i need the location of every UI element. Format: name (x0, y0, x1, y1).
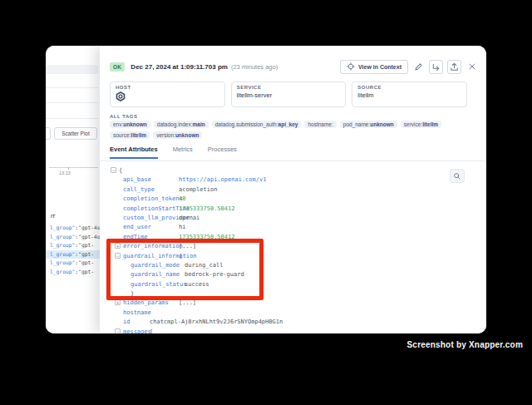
divider (46, 102, 98, 103)
attribute-row-id: idchatcmpl-Aj8rxhNLht9v2J6rSNYOmp4pH0G1n (111, 318, 486, 327)
tag-value: api_key (278, 121, 298, 127)
tag-value: unknown (175, 132, 200, 138)
expander-icon[interactable]: − (115, 328, 121, 333)
tag-pill[interactable]: datadog.index:main (154, 121, 209, 128)
tag-value: unknown (370, 121, 394, 127)
axis-tick-label: 13:23 (59, 170, 71, 175)
scatter-plot-button[interactable]: Scatter Plot (54, 127, 97, 140)
attribute-value[interactable]: https://api.openai.com/v1 (179, 176, 266, 183)
table-row[interactable]: l_group":"gpt- (46, 241, 100, 250)
export-button[interactable] (447, 60, 461, 74)
row-value: :"gpt- (75, 251, 94, 257)
row-key: l_group" (50, 251, 75, 257)
row-value: :"gpt- (75, 259, 94, 265)
attribute-row-custom_llm_provider: custom_llm_provideropenai (111, 214, 486, 223)
tab-processes[interactable]: Processes (208, 146, 237, 159)
attribute-value: chatcmpl-Aj8rxhNLht9v2J6rSNYOmp4pH0G1n (150, 319, 283, 325)
table-row[interactable]: l_group":"gpt- (46, 259, 100, 268)
attribute-value: hi (179, 224, 185, 230)
tag-key: version: (156, 132, 175, 138)
axis-tick-mark (68, 167, 69, 170)
host-hexagon-icon (116, 90, 219, 105)
attribute-row-hostname: hostname (111, 309, 486, 318)
tag-value: litellm (131, 132, 146, 138)
tab-metrics[interactable]: Metrics (173, 146, 193, 159)
expander-icon[interactable]: + (115, 299, 121, 305)
watermark: Screenshot by Xnapper.com (407, 340, 524, 349)
view-in-context-button[interactable]: View in Context (340, 60, 408, 74)
tag-pill[interactable]: service:litellm (401, 121, 441, 128)
attribute-row-call_type: call_typeacompletion (111, 185, 486, 195)
tag-pill[interactable]: hostname: (304, 121, 336, 128)
row-key: l_group" (50, 225, 75, 230)
attribute-key[interactable]: end_user (123, 223, 179, 232)
info-card-value: litellm-server (237, 91, 341, 99)
attribute-row-messages: −messages[ (111, 328, 486, 333)
tag-key: env: (113, 121, 123, 127)
partial-button-fragment[interactable] (46, 127, 51, 140)
attribute-key[interactable]: api_base (123, 175, 179, 185)
partial-column-header: IT (51, 214, 55, 219)
attribute-key[interactable]: hidden_params (123, 299, 179, 308)
attribute-row-completionStartTime: completionStartTime1735333750.50412 (111, 205, 486, 214)
tag-value: unknown (123, 121, 147, 127)
relative-time: (23 minutes ago) (231, 63, 278, 71)
attribute-key[interactable]: id (123, 318, 150, 327)
attribute-row-api_base: api_basehttps://api.openai.com/v1 (111, 175, 486, 185)
row-value: :"gpt-4o (75, 225, 100, 230)
tag-pill[interactable]: source:litellm (110, 131, 150, 139)
row-value: :"gpt- (75, 269, 94, 274)
info-card-service: SERVICElitellm-server (231, 81, 347, 107)
divider (46, 87, 98, 88)
attribute-row-completion_tokens: completion_tokens40 (111, 195, 486, 204)
row-key: l_group" (50, 242, 75, 248)
attribute-key[interactable]: completionStartTime (123, 205, 179, 214)
tag-key: pod_name: (343, 121, 371, 127)
tag-key: datadog.submission_auth: (215, 121, 278, 127)
info-card-host: HOST (110, 81, 225, 107)
view-in-context-label: View in Context (358, 64, 401, 70)
expander-icon[interactable]: − (111, 167, 116, 173)
tab-event-attributes[interactable]: Event Attributes (110, 146, 158, 159)
attribute-value: acompletion (179, 186, 217, 193)
attribute-key[interactable]: custom_llm_provider (123, 214, 179, 223)
table-row[interactable]: l_group":"gpt- (46, 268, 100, 277)
row-value: :"gpt-4o (75, 234, 100, 240)
table-row[interactable]: l_group":"gpt-4o (46, 233, 100, 242)
attribute-value: 40 (179, 195, 185, 202)
panel-header: OK Dec 27, 2024 at 1:09:11.703 pm (23 mi… (110, 59, 478, 74)
attribute-key[interactable]: completion_tokens (123, 195, 179, 204)
table-row[interactable]: l_group":"gpt- (46, 250, 100, 259)
tag-pill[interactable]: datadog.submission_auth:api_key (212, 121, 302, 128)
attribute-key[interactable]: hostname (123, 309, 150, 318)
tag-value: litellm (422, 121, 438, 127)
export-icon (450, 62, 459, 72)
pencil-icon (414, 62, 423, 72)
row-value: :"gpt- (75, 242, 94, 248)
attribute-key[interactable]: call_type (123, 185, 179, 195)
background-toolbar-fragment (46, 65, 98, 74)
tag-pill[interactable]: env:unknown (110, 121, 150, 128)
tag-pill[interactable]: version:unknown (153, 131, 202, 139)
related-processes-button[interactable] (429, 60, 443, 74)
attribute-key[interactable]: messages (123, 328, 150, 333)
attribute-row-end_user: end_userhi (111, 223, 486, 232)
info-card-label: SERVICE (237, 85, 341, 90)
tag-pill[interactable]: pod_name:unknown (340, 121, 397, 128)
background-page: Scatter Plot 13:23 IT l_group":"gpt-4ol_… (46, 46, 100, 333)
info-card-value: litellm (357, 91, 461, 99)
info-card-label: SOURCE (357, 85, 461, 90)
edit-button[interactable] (412, 60, 425, 74)
close-icon (468, 62, 476, 71)
all-tags-label: ALL TAGS (110, 114, 137, 119)
info-cards: HOSTSERVICElitellm-serverSOURCElitellm (110, 81, 467, 107)
bracket: { (119, 167, 122, 174)
attribute-value: 1735333750.50412 (179, 205, 234, 212)
table-row[interactable]: l_group":"gpt-4o (46, 224, 100, 233)
status-badge: OK (110, 62, 125, 72)
close-button[interactable] (466, 60, 478, 74)
annotation-highlight-box (106, 239, 264, 300)
app-window: Scatter Plot 13:23 IT l_group":"gpt-4ol_… (46, 46, 486, 333)
attribute-value: [...] (179, 299, 196, 306)
divider (46, 118, 98, 119)
